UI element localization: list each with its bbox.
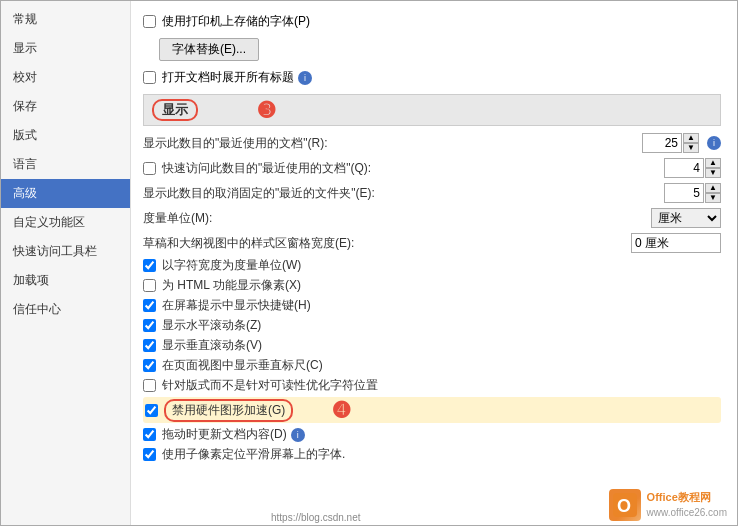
sidebar-item-trust-center[interactable]: 信任中心: [1, 295, 130, 324]
expand-headings-info-icon[interactable]: i: [298, 71, 312, 85]
recent-folders-label: 显示此数目的取消固定的"最近的文件夹"(E):: [143, 185, 664, 202]
show-ruler-label: 在页面视图中显示垂直标尺(C): [162, 357, 323, 374]
recent-docs-row: 显示此数目的"最近使用的文档"(R): ▲ ▼ i: [143, 132, 721, 154]
sidebar-item-language[interactable]: 语言: [1, 150, 130, 179]
html-pixels-label: 为 HTML 功能显示像素(X): [162, 277, 301, 294]
recent-folders-value-group: ▲ ▼: [664, 183, 721, 203]
char-width-row: 以字符宽度为度量单位(W): [143, 257, 721, 274]
update-content-info-icon[interactable]: i: [291, 428, 305, 442]
quick-recent-docs-spin-btns: ▲ ▼: [705, 158, 721, 178]
show-shortcuts-label: 在屏幕提示中显示快捷键(H): [162, 297, 311, 314]
recent-docs-info-icon[interactable]: i: [707, 136, 721, 150]
use-printer-fonts-row: 使用打印机上存储的字体(P): [143, 13, 721, 30]
style-area-width-input[interactable]: [631, 233, 721, 253]
char-width-checkbox[interactable]: [143, 259, 156, 272]
html-pixels-row: 为 HTML 功能显示像素(X): [143, 277, 721, 294]
annotation-3-label: ➌: [258, 98, 275, 122]
optimize-readability-checkbox[interactable]: [143, 379, 156, 392]
display-section-header: 显示 ➌: [143, 94, 721, 126]
show-shortcuts-row: 在屏幕提示中显示快捷键(H): [143, 297, 721, 314]
show-horizontal-scroll-row: 显示水平滚动条(Z): [143, 317, 721, 334]
show-vertical-scroll-checkbox[interactable]: [143, 339, 156, 352]
optimize-readability-label: 针对版式而不是针对可读性优化字符位置: [162, 377, 378, 394]
update-content-label: 拖动时更新文档内容(D): [162, 426, 287, 443]
recent-folders-spin-btns: ▲ ▼: [705, 183, 721, 203]
use-printer-fonts-label: 使用打印机上存储的字体(P): [162, 13, 310, 30]
sidebar-item-save[interactable]: 保存: [1, 92, 130, 121]
sidebar-item-quick-access[interactable]: 快速访问工具栏: [1, 237, 130, 266]
recent-docs-label: 显示此数目的"最近使用的文档"(R):: [143, 135, 642, 152]
display-section-title: 显示: [152, 99, 198, 121]
recent-docs-spin-btns: ▲ ▼: [683, 133, 699, 153]
recent-folders-spin-up[interactable]: ▲: [705, 183, 721, 193]
quick-recent-docs-checkbox[interactable]: [143, 162, 156, 175]
expand-headings-checkbox[interactable]: [143, 71, 156, 84]
sidebar-item-proofing[interactable]: 校对: [1, 63, 130, 92]
top-section: 使用打印机上存储的字体(P) 字体替换(E)... 打开文档时展开所有标题 i: [143, 13, 721, 86]
sidebar: 常规显示校对保存版式语言高级自定义功能区快速访问工具栏加载项信任中心: [1, 1, 131, 525]
show-ruler-row: 在页面视图中显示垂直标尺(C): [143, 357, 721, 374]
recent-docs-spin-down[interactable]: ▼: [683, 143, 699, 153]
quick-recent-docs-label: 快速访问此数目的"最近使用的文档"(Q):: [162, 160, 664, 177]
show-horizontal-scroll-checkbox[interactable]: [143, 319, 156, 332]
dialog: 常规显示校对保存版式语言高级自定义功能区快速访问工具栏加载项信任中心 使用打印机…: [0, 0, 738, 526]
recent-folders-row: 显示此数目的取消固定的"最近的文件夹"(E): ▲ ▼: [143, 182, 721, 204]
quick-recent-docs-spinbox: ▲ ▼: [664, 158, 721, 178]
quick-recent-docs-spin-down[interactable]: ▼: [705, 168, 721, 178]
show-shortcuts-checkbox[interactable]: [143, 299, 156, 312]
watermark-line2: www.office26.com: [647, 506, 727, 520]
watermark-line1: Office教程网: [647, 490, 727, 505]
html-pixels-checkbox[interactable]: [143, 279, 156, 292]
annotation-4-label: ➍: [333, 398, 350, 422]
recent-docs-value-group: ▲ ▼ i: [642, 133, 721, 153]
recent-folders-input[interactable]: [664, 183, 704, 203]
style-area-width-value-group: [631, 233, 721, 253]
url-text: https://blog.csdn.net: [271, 512, 361, 523]
quick-recent-docs-spin-up[interactable]: ▲: [705, 158, 721, 168]
optimize-readability-row: 针对版式而不是针对可读性优化字符位置: [143, 377, 721, 394]
office-logo-icon: O: [611, 491, 639, 519]
update-content-checkbox[interactable]: [143, 428, 156, 441]
expand-headings-row: 打开文档时展开所有标题 i: [143, 69, 721, 86]
expand-headings-label: 打开文档时展开所有标题: [162, 69, 294, 86]
measure-unit-value-group: 厘米 英寸 毫米 磅 派卡: [651, 208, 721, 228]
update-content-row: 拖动时更新文档内容(D) i: [143, 426, 721, 443]
sidebar-item-layout[interactable]: 版式: [1, 121, 130, 150]
sidebar-item-advanced[interactable]: 高级: [1, 179, 130, 208]
recent-folders-spinbox: ▲ ▼: [664, 183, 721, 203]
font-replace-button[interactable]: 字体替换(E)...: [159, 38, 259, 61]
subpixel-checkbox[interactable]: [143, 448, 156, 461]
char-width-label: 以字符宽度为度量单位(W): [162, 257, 301, 274]
recent-folders-spin-down[interactable]: ▼: [705, 193, 721, 203]
subpixel-label: 使用子像素定位平滑屏幕上的字体.: [162, 446, 345, 463]
recent-docs-spin-up[interactable]: ▲: [683, 133, 699, 143]
watermark: O Office教程网 www.office26.com: [609, 489, 727, 521]
use-printer-fonts-checkbox[interactable]: [143, 15, 156, 28]
watermark-logo: O: [609, 489, 641, 521]
recent-docs-spinbox: ▲ ▼: [642, 133, 699, 153]
show-ruler-checkbox[interactable]: [143, 359, 156, 372]
style-area-width-label: 草稿和大纲视图中的样式区窗格宽度(E):: [143, 235, 631, 252]
subpixel-row: 使用子像素定位平滑屏幕上的字体.: [143, 446, 721, 463]
measure-unit-row: 度量单位(M): 厘米 英寸 毫米 磅 派卡: [143, 207, 721, 229]
show-vertical-scroll-label: 显示垂直滚动条(V): [162, 337, 262, 354]
style-area-width-row: 草稿和大纲视图中的样式区窗格宽度(E):: [143, 232, 721, 254]
main-content: 使用打印机上存储的字体(P) 字体替换(E)... 打开文档时展开所有标题 i …: [131, 1, 737, 525]
quick-recent-docs-value-group: ▲ ▼: [664, 158, 721, 178]
recent-docs-input[interactable]: [642, 133, 682, 153]
watermark-text-group: Office教程网 www.office26.com: [647, 490, 727, 519]
svg-text:O: O: [617, 496, 631, 516]
show-horizontal-scroll-label: 显示水平滚动条(Z): [162, 317, 261, 334]
sidebar-item-addins[interactable]: 加载项: [1, 266, 130, 295]
measure-unit-label: 度量单位(M):: [143, 210, 651, 227]
sidebar-item-display[interactable]: 显示: [1, 34, 130, 63]
quick-recent-docs-input[interactable]: [664, 158, 704, 178]
sidebar-item-customize-ribbon[interactable]: 自定义功能区: [1, 208, 130, 237]
disable-hw-accel-label: 禁用硬件图形加速(G): [172, 403, 285, 417]
quick-recent-docs-row: 快速访问此数目的"最近使用的文档"(Q): ▲ ▼: [143, 157, 721, 179]
show-vertical-scroll-row: 显示垂直滚动条(V): [143, 337, 721, 354]
sidebar-item-general[interactable]: 常规: [1, 5, 130, 34]
disable-hw-accel-checkbox[interactable]: [145, 404, 158, 417]
disable-hw-accel-row: 禁用硬件图形加速(G) ➍: [143, 397, 721, 423]
measure-unit-select[interactable]: 厘米 英寸 毫米 磅 派卡: [651, 208, 721, 228]
